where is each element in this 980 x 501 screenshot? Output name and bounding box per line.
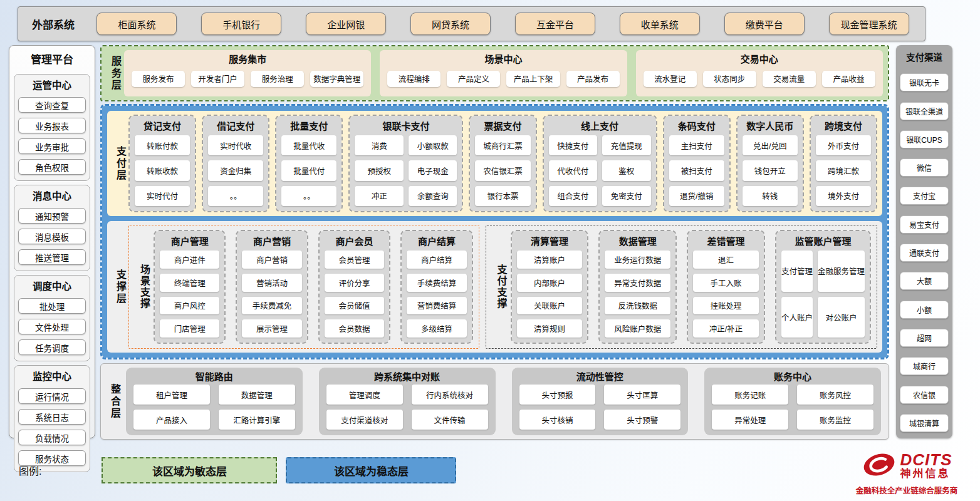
support-column: 商户管理 商户进件终端管理商户风控门店管理	[154, 230, 226, 344]
payment-column: 数字人民币 兑出/兑回钱包开立转钱	[736, 115, 804, 212]
channel-box: 通联支付	[900, 244, 949, 262]
module-box: 推送管理	[18, 249, 86, 265]
payment-support-group: 支付支撑 清算管理 清算账户内部账户关联账户清算规则 数据管理 业务运行数据	[486, 225, 877, 349]
module-box: 支付渠道核对	[326, 410, 403, 430]
management-section-title: 运管中心	[18, 76, 86, 92]
module-box: 查询查复	[18, 97, 86, 113]
channel-box: 银联全渠道	[900, 102, 949, 120]
module-box: 金融服务管理	[818, 250, 865, 292]
payment-support-columns: 清算管理 清算账户内部账户关联账户清算规则 数据管理 业务运行数据异常支付数据反…	[511, 230, 871, 344]
management-platform-panel: 管理平台 运管中心 查询查复业务报表业务审批角色权限 消息中心 通知预警消息模板…	[9, 45, 95, 438]
dcits-swirl-icon	[862, 450, 897, 482]
external-systems-bar: 外部系统 柜面系统手机银行企业网银网贷系统互金平台收单系统缴费平台现金管理系统	[18, 6, 925, 41]
module-box: 挂账处理	[693, 297, 759, 315]
module-box: 流水登记	[644, 71, 697, 87]
module-box: 实时代收	[208, 135, 263, 155]
management-section-title: 监控中心	[18, 368, 86, 383]
module-box: 头寸预警	[604, 410, 680, 430]
module-box: 头寸核销	[519, 410, 596, 430]
module-box: 异常支付数据	[605, 274, 670, 292]
service-group-title: 交易中心	[644, 52, 875, 65]
module-box: 业务运行数据	[605, 250, 670, 269]
payment-column: 票据支付 城商行汇票农信银汇票银行本票	[469, 115, 536, 212]
management-section-title: 消息中心	[18, 187, 86, 203]
module-box: 数据字典管理	[310, 71, 363, 87]
integration-group-title: 跨系统集中对账	[326, 369, 488, 383]
support-column-items: 清算账户内部账户关联账户清算规则	[517, 250, 583, 338]
payment-column-items: 转账付款转账收款实时代付	[135, 135, 190, 206]
service-group-items: 流程编排产品定义产品上下架产品发布	[387, 66, 619, 91]
module-box: 清算账户	[517, 250, 583, 269]
module-box: 主扫支付	[669, 135, 724, 155]
channel-box: 微信	[900, 158, 949, 177]
payment-column-items: 快捷支付充值提现代收代付鉴权组合支付免密支付	[549, 135, 651, 206]
integration-layer-label: 整合层	[106, 368, 123, 435]
service-layer-groups: 服务集市 服务发布开发者门户服务治理数据字典管理 场景中心 流程编排产品定义产品…	[124, 50, 883, 96]
support-column-items: 商户结算手续费结算营销费结算多级结算	[407, 250, 466, 338]
payment-column-title: 跨境支付	[816, 118, 871, 133]
payment-column-title: 条码支付	[669, 118, 724, 133]
support-column: 清算管理 清算账户内部账户关联账户清算规则	[511, 230, 589, 344]
module-box: 外币支付	[816, 135, 871, 155]
module-box: 头寸匡算	[604, 385, 680, 405]
channel-box: 大额	[900, 272, 949, 290]
module-box: 产品上下架	[506, 71, 560, 87]
module-box: 手续费减免	[242, 297, 301, 315]
module-box: 支付管理	[781, 250, 813, 292]
module-box: 营销费结算	[407, 297, 466, 315]
dcits-logo: DCITS 神州信息 金融科技全产业链综合服务商	[842, 450, 971, 496]
module-box: 钱包开立	[743, 160, 798, 180]
module-box: 账务记账	[712, 385, 788, 405]
support-column-title: 监管账户管理	[781, 233, 865, 249]
support-column-title: 商户会员	[325, 233, 384, 249]
support-layer-label: 支撑层	[112, 225, 128, 349]
channel-box: 支付宝	[900, 187, 949, 205]
module-box: 状态同步	[703, 71, 756, 87]
service-layer-label: 服务层	[107, 50, 124, 96]
payment-column: 跨境支付 外币支付跨境汇款境外支付	[810, 115, 877, 212]
payment-column-items: 实时代收资金归集。。	[208, 135, 263, 206]
module-box: 手续费结算	[407, 274, 466, 292]
service-group-items: 服务发布开发者门户服务治理数据字典管理	[132, 66, 363, 91]
support-layer-groups: 场景支撑 商户管理 商户进件终端管理商户风控门店管理 商户营销 商户营销营销	[128, 225, 877, 349]
module-box: 系统日志	[18, 409, 86, 425]
payment-support-label: 支付支撑	[492, 230, 511, 344]
module-box: 异常处理	[712, 410, 788, 430]
payment-column: 批量支付 批量代收批量代付。。	[275, 115, 343, 212]
service-group-title: 场景中心	[387, 52, 619, 65]
module-box: 关联账户	[517, 297, 583, 315]
integration-group: 智能路由 租户管理数据管理产品接入汇路计算引擎	[126, 368, 303, 435]
module-box: 冲正/补正	[693, 319, 759, 338]
module-box: 交易流量	[763, 71, 816, 87]
support-column-title: 差错管理	[693, 233, 759, 249]
module-box: 反洗钱数据	[605, 297, 670, 315]
external-system-box: 现金管理系统	[829, 13, 909, 35]
module-box: 被扫支付	[669, 160, 724, 180]
integration-group: 流动性管控 头寸预报头寸匡算头寸核销头寸预警	[512, 368, 689, 435]
external-system-box: 手机银行	[201, 13, 281, 35]
support-column: 差错管理 退汇手工入账挂账处理冲正/补正	[687, 230, 765, 344]
integration-group-title: 账务中心	[712, 369, 873, 383]
external-system-box: 缴费平台	[724, 13, 805, 35]
service-group: 服务集市 服务发布开发者门户服务治理数据字典管理	[124, 50, 371, 96]
scene-support-label: 场景支撑	[135, 230, 154, 344]
external-system-box: 柜面系统	[96, 13, 177, 35]
support-column: 数据管理 业务运行数据异常支付数据反洗钱数据风险账户数据	[598, 230, 677, 344]
module-box: 实时代付	[135, 186, 190, 206]
module-box: 展示管理	[242, 319, 301, 338]
channel-box: 小额	[900, 301, 949, 319]
module-box: 商户风控	[160, 297, 219, 315]
module-box: 汇路计算引擎	[219, 410, 295, 430]
module-box: 退货/撤销	[669, 186, 724, 206]
legend-stable-box: 该区域为稳态层	[286, 457, 456, 483]
support-column: 商户会员 会员管理评价分享会员储值会员数据	[318, 230, 390, 344]
module-box: 批量代付	[281, 160, 336, 180]
payment-column-title: 票据支付	[475, 118, 530, 133]
external-systems-list: 柜面系统手机银行企业网银网贷系统互金平台收单系统缴费平台现金管理系统	[81, 13, 925, 35]
module-box: 文件传输	[412, 410, 488, 430]
payment-column-title: 批量支付	[281, 118, 336, 133]
management-section: 调度中心 批处理文件处理任务调度	[14, 275, 90, 361]
module-box: 多级结算	[407, 319, 466, 338]
module-box: 城商行汇票	[475, 135, 530, 155]
payment-layer-label: 支付层	[112, 115, 128, 212]
